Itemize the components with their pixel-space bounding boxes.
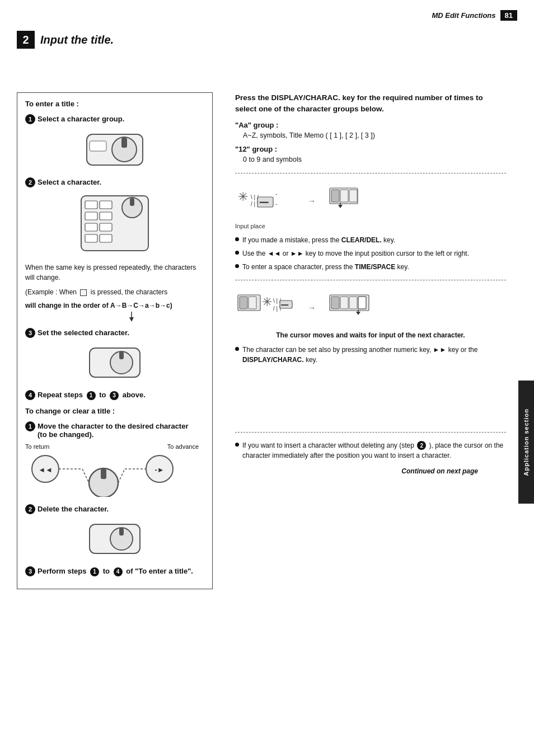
device-svg-4 [87, 520, 143, 558]
svg-rect-55 [331, 297, 339, 309]
header: MD Edit Functions 81 [432, 10, 517, 21]
bullet3-key: TIME/SPACE [355, 263, 395, 271]
svg-marker-16 [129, 317, 134, 322]
step1: 1 Select a character group. [25, 114, 204, 124]
bullet-item-4: The character can be set also by pressin… [235, 345, 506, 365]
svg-rect-27 [101, 469, 106, 479]
left-column: To enter a title : 1 Select a character … [0, 92, 224, 598]
display-diagram-2: ✳ \ | / / | \ ━━ → [235, 288, 506, 327]
bullet-item-1: If you made a mistake, press the CLEAR/D… [235, 235, 506, 245]
step2b-num: 2 [25, 504, 35, 514]
step1-illustration [25, 130, 204, 169]
bullet1-text: If you made a mistake, press the [242, 236, 339, 244]
step2b-label: Delete the character. [38, 505, 109, 513]
step3b-num: 3 [25, 566, 35, 576]
svg-line-29 [118, 469, 125, 483]
dashed-sep-1 [235, 173, 506, 173]
step3b-label: Perform steps 1 to 4 of "To enter a titl… [38, 567, 193, 576]
svg-rect-56 [340, 297, 348, 309]
svg-rect-12 [100, 223, 112, 231]
bullet-item-3: To enter a space character, press the TI… [235, 262, 506, 272]
arrow-labels: To return To advance [25, 443, 204, 450]
aa-group-content: A~Z, symbols, Title Memo ( [ 1 ], [ 2 ],… [243, 130, 506, 141]
bullet3b-text: key. [397, 263, 409, 271]
step2b-illustration [25, 520, 204, 558]
num-group-label: "12" group : [235, 145, 506, 153]
step3: 3 Set the selected character. [25, 327, 204, 338]
display-right-svg [327, 181, 377, 220]
bottom-bullet-text: If you want to insert a character withou… [242, 442, 414, 449]
svg-text:━━: ━━ [259, 198, 269, 206]
svg-rect-58 [358, 297, 366, 309]
arrow-example-value: A→B→C→a→b→c [110, 302, 170, 309]
svg-rect-9 [85, 212, 97, 220]
svg-rect-5 [85, 201, 97, 209]
display-diagram-1: ✳ \ | / / | \ ━━ - - → [235, 181, 506, 220]
display-right-svg-2 [327, 288, 377, 327]
svg-rect-10 [100, 212, 112, 220]
section-heading: 2 Input the title. [17, 31, 517, 49]
step4-num: 4 [25, 390, 35, 400]
step2: 2 Select a character. [25, 177, 204, 187]
arrow-example-text: will change in the order of A→B→C→a→b→c) [25, 302, 204, 309]
step2-illustration [25, 193, 204, 255]
svg-rect-47 [240, 297, 247, 309]
right-heading-text: Press the DISPLAY/CHARAC. key for the re… [235, 93, 483, 113]
bullet-dot-1 [235, 237, 239, 241]
svg-text:✳: ✳ [262, 295, 272, 309]
step1b: 1 Move the character to the desired char… [25, 421, 204, 439]
step3-label: Set the selected character. [38, 328, 129, 337]
display-left-svg-2: ✳ \ | / / | \ ━━ [235, 288, 297, 327]
step2b: 2 Delete the character. [25, 504, 204, 514]
svg-rect-6 [100, 201, 112, 209]
to-return-label: To return [25, 443, 49, 450]
bullet-dot-4 [235, 347, 239, 351]
step2-label: Select a character. [38, 178, 101, 186]
step3-illustration [25, 344, 204, 382]
section-title: Input the title. [40, 34, 114, 46]
enter-title-box: To enter a title : 1 Select a character … [17, 92, 213, 589]
bullet1-key: CLEAR/DEL. [341, 236, 382, 244]
arrow-diagram-svg: ◄◄ -► [25, 452, 182, 497]
enter-title-label: To enter a title : [25, 100, 204, 108]
bullet3a-text: To enter a space character, press the [242, 263, 353, 271]
side-tab: Application section [518, 381, 534, 504]
device-svg-3 [87, 344, 143, 382]
dashed-sep-2 [235, 280, 506, 280]
display-left-svg: ✳ \ | / / | \ ━━ - - [235, 181, 297, 220]
svg-rect-2 [121, 138, 127, 148]
aa-group-label: "Aa" group : [235, 121, 506, 129]
svg-rect-48 [249, 297, 256, 309]
arrow-row: ◄◄ -► [25, 452, 204, 497]
step3-num: 3 [25, 328, 35, 338]
continued: Continued on next page [235, 467, 506, 475]
note3: will change in the order of [25, 302, 109, 309]
svg-marker-45 [338, 205, 343, 208]
section-number: 2 [17, 31, 35, 49]
svg-text:◄◄: ◄◄ [38, 466, 53, 474]
step2-num: 2 [25, 177, 35, 187]
svg-rect-11 [85, 223, 97, 231]
svg-rect-43 [349, 190, 357, 202]
svg-text:━━: ━━ [280, 302, 289, 309]
svg-rect-8 [130, 198, 134, 206]
change-title-label: To change or clear a title : [25, 407, 204, 415]
svg-text:-: - [275, 191, 277, 197]
step4-label: Repeat steps 1 to 3 above. [38, 391, 146, 400]
note2: (Example : When [25, 288, 77, 296]
step1b-num: 1 [25, 421, 35, 431]
bullet-dot-3 [235, 264, 239, 268]
page-number: 81 [500, 10, 517, 21]
bullet4-text: The character can be set also by pressin… [242, 346, 477, 354]
svg-text:-: - [275, 201, 277, 207]
main-content: To enter a title : 1 Select a character … [0, 59, 534, 598]
svg-rect-19 [119, 351, 124, 359]
cursor-caption: The cursor moves and waits for input of … [235, 331, 506, 340]
bullet2-text: Use the ◄◄ or ►► key to move the input p… [242, 248, 469, 259]
bullet4b-text: key. [306, 356, 317, 364]
side-tab-label: Application section [523, 408, 530, 476]
note1: When the same key is pressed repeatedly,… [25, 262, 204, 283]
svg-rect-32 [119, 528, 124, 536]
bullet-dot-5 [235, 443, 239, 447]
step4: 4 Repeat steps 1 to 3 above. [25, 389, 204, 400]
